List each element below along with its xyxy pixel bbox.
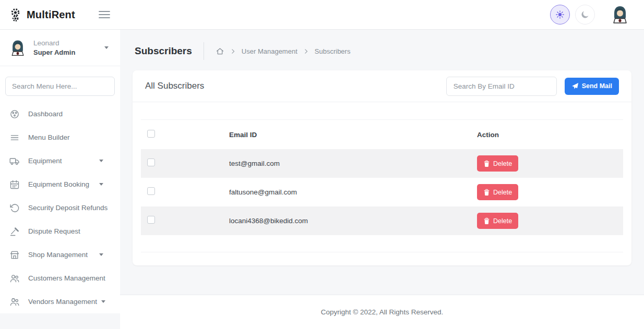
sidebar-item-customers-management[interactable]: Customers Management bbox=[0, 266, 120, 290]
subscriber-email: locani4368@bikedid.com bbox=[229, 217, 477, 225]
main-content: Subscribers User Management Subscribers bbox=[120, 30, 644, 295]
main: Subscribers User Management Subscribers bbox=[120, 30, 644, 329]
sidebar-item-dispute-request[interactable]: Dispute Request bbox=[0, 220, 120, 243]
column-header-action: Action bbox=[477, 131, 623, 139]
delete-button[interactable]: Delete bbox=[477, 184, 518, 200]
row-checkbox[interactable] bbox=[147, 159, 155, 166]
moon-icon bbox=[580, 10, 590, 19]
breadcrumb-user-management[interactable]: User Management bbox=[242, 47, 297, 55]
topbar-right bbox=[545, 4, 644, 25]
breadcrumb-subscribers: Subscribers bbox=[315, 47, 351, 55]
sidebar-item-equipment-booking[interactable]: Equipment Booking bbox=[0, 173, 120, 196]
brand: MultiRent bbox=[0, 0, 120, 29]
brand-name: MultiRent bbox=[27, 9, 75, 21]
sidebar-item-vendors-management[interactable]: Vendors Management bbox=[0, 290, 120, 313]
dark-theme-button[interactable] bbox=[575, 5, 595, 25]
copyright-text: Copyright © 2022, All Rights Reserved. bbox=[321, 308, 443, 316]
send-mail-button[interactable]: Send Mail bbox=[565, 78, 619, 95]
profile-role: Super Admin bbox=[33, 48, 75, 56]
chevron-down-icon bbox=[99, 253, 103, 256]
card-footer bbox=[141, 252, 623, 265]
sidebar-item-equipment[interactable]: Equipment bbox=[0, 149, 120, 173]
sidebar: Leonard Super Admin Dashboard Menu Build… bbox=[0, 30, 120, 313]
menu-search-input[interactable] bbox=[5, 77, 115, 96]
hacker-avatar bbox=[610, 4, 630, 25]
table-row: test@gmail.com Delete bbox=[141, 149, 623, 178]
divider bbox=[204, 42, 204, 60]
light-theme-button[interactable] bbox=[550, 5, 570, 25]
sidebar-item-dashboard[interactable]: Dashboard bbox=[0, 102, 120, 126]
chevron-down-icon bbox=[99, 183, 103, 186]
gears-logo-icon bbox=[8, 7, 22, 22]
column-header-email: Email ID bbox=[229, 131, 477, 139]
delete-button[interactable]: Delete bbox=[477, 155, 518, 172]
shop-icon bbox=[9, 250, 20, 260]
table-header-row: Email ID Action bbox=[141, 120, 623, 149]
email-search-input[interactable] bbox=[446, 77, 557, 96]
page-title: Subscribers bbox=[135, 45, 192, 57]
breadcrumb-separator bbox=[303, 48, 309, 55]
subscriber-email: faltusone@gmail.com bbox=[229, 188, 477, 196]
page-header: Subscribers User Management Subscribers bbox=[120, 30, 644, 70]
chevron-down-icon bbox=[101, 300, 105, 303]
trash-icon bbox=[483, 160, 490, 167]
card-header: All Subscribers Send Mail bbox=[133, 70, 631, 102]
sidebar-item-shop-management[interactable]: Shop Management bbox=[0, 243, 120, 266]
menu-builder-icon bbox=[9, 132, 20, 143]
sidebar-item-menu-builder[interactable]: Menu Builder bbox=[0, 126, 120, 149]
user-avatar[interactable] bbox=[610, 4, 630, 25]
footer: Copyright © 2022, All Rights Reserved. bbox=[120, 295, 644, 329]
row-checkbox[interactable] bbox=[147, 187, 155, 195]
gavel-icon bbox=[9, 226, 20, 237]
sidebar-item-security-deposit-refunds[interactable]: Security Deposit Refunds bbox=[0, 196, 120, 220]
sun-icon bbox=[555, 10, 565, 19]
app-body: Leonard Super Admin Dashboard Menu Build… bbox=[0, 30, 644, 329]
hamburger-icon[interactable] bbox=[98, 9, 111, 20]
profile-avatar bbox=[8, 39, 27, 57]
delete-button[interactable]: Delete bbox=[477, 213, 518, 229]
profile-dropdown[interactable]: Leonard Super Admin bbox=[0, 30, 120, 66]
breadcrumb-separator bbox=[230, 48, 236, 55]
card-title: All Subscribers bbox=[145, 81, 204, 91]
chevron-down-icon bbox=[99, 160, 103, 162]
customers-icon bbox=[9, 273, 20, 284]
dashboard-icon bbox=[9, 109, 20, 119]
menu-search bbox=[5, 77, 115, 96]
subscribers-card: All Subscribers Send Mail Email ID Actio… bbox=[133, 70, 631, 265]
row-checkbox[interactable] bbox=[147, 216, 155, 224]
table-row: locani4368@bikedid.com Delete bbox=[141, 206, 623, 235]
calendar-icon bbox=[9, 179, 20, 190]
table-row: faltusone@gmail.com Delete bbox=[141, 178, 623, 206]
select-all-checkbox[interactable] bbox=[147, 130, 155, 138]
paper-plane-icon bbox=[571, 82, 579, 90]
vendors-icon bbox=[9, 297, 20, 307]
refund-rotate-icon bbox=[9, 203, 20, 213]
chevron-down-icon bbox=[104, 46, 109, 49]
trash-icon bbox=[483, 189, 490, 196]
subscriber-email: test@gmail.com bbox=[229, 160, 477, 167]
topbar: MultiRent bbox=[0, 0, 644, 30]
home-icon[interactable] bbox=[216, 47, 224, 56]
subscribers-table: Email ID Action test@gmail.com Delete bbox=[141, 119, 623, 235]
breadcrumb: User Management Subscribers bbox=[216, 47, 351, 56]
profile-name: Leonard bbox=[33, 39, 75, 47]
equipment-truck-icon bbox=[9, 156, 20, 166]
trash-icon bbox=[483, 217, 490, 225]
